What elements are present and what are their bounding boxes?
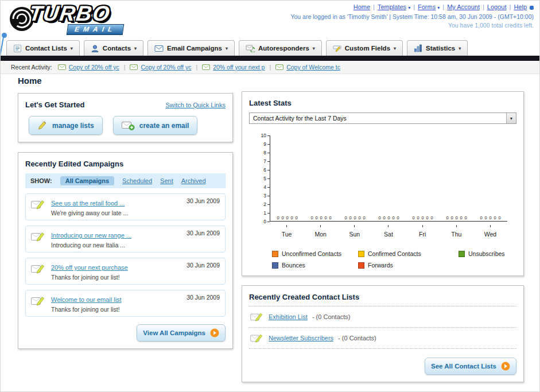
campaign-title-link[interactable]: 20% off your next purchase — [51, 264, 128, 271]
x-axis-label: Tue — [270, 225, 304, 243]
statistics-icon — [414, 44, 422, 52]
bar-value-label: 0 — [498, 215, 502, 220]
separator: | — [269, 64, 271, 71]
nav-tab-label: Contact Lists — [25, 45, 67, 52]
recent-activity-item[interactable]: Copy of Welcome tc — [275, 64, 340, 71]
campaign-title-link[interactable]: Introducing our new range ... — [51, 232, 131, 239]
envelope-pencil-icon — [31, 199, 46, 210]
recent-activity-bar: Recent Activity: Copy of 20% off yc | Co… — [1, 61, 539, 74]
nav-tab-label: Autoresponders — [258, 45, 309, 52]
bar-value-label: 0 — [387, 215, 391, 220]
campaign-date: 30 Jun 2009 — [187, 294, 220, 301]
contact-lists-title: Recently Created Contact Lists — [249, 293, 516, 301]
chart-y-axis: 012345678910 — [251, 135, 270, 222]
top-link-logout[interactable]: Logout — [487, 3, 507, 10]
app-logo[interactable]: TURBO EMAIL — [9, 3, 123, 35]
bar-value-label: 0 — [276, 215, 280, 220]
show-label: SHOW: — [30, 177, 52, 184]
envelope-pencil-icon — [250, 333, 264, 343]
x-axis-label: Mon — [304, 225, 337, 243]
top-link-forms[interactable]: Forms — [418, 3, 436, 10]
switch-quick-links-link[interactable]: Switch to Quick Links — [165, 102, 226, 108]
view-all-campaigns-label: View All Campaigns — [143, 329, 205, 336]
campaign-title-link[interactable]: Welcome to our email list — [51, 296, 122, 303]
stats-period-dropdown[interactable]: Contact Activity for the Last 7 Days ▼ — [249, 112, 516, 124]
tab-all-campaigns[interactable]: All Campaigns — [60, 176, 114, 185]
nav-tab-contacts[interactable]: Contacts ▾ — [84, 40, 143, 56]
see-all-contact-lists-button[interactable]: See All Contact Lists — [425, 358, 516, 375]
login-info: You are logged in as 'Timothy Smith' | S… — [290, 13, 534, 20]
contact-lists-icon — [13, 44, 22, 53]
legend-item: Bounces — [272, 262, 358, 269]
campaign-row[interactable]: See us at the retail food ... We're givi… — [25, 193, 226, 220]
view-all-campaigns-button[interactable]: View All Campaigns — [137, 324, 226, 341]
nav-tab-statistics[interactable]: Statistics ▾ — [407, 40, 468, 56]
nav-tab-email-campaigns[interactable]: Email Campaigns ▾ — [147, 40, 235, 56]
recent-activity-label: Recent Activity: — [11, 64, 52, 71]
campaign-title-link[interactable]: See us at the retail food ... — [51, 200, 125, 207]
email-campaigns-icon — [154, 45, 164, 52]
bar-value-label: 0 — [421, 215, 425, 220]
nav-tab-custom-fields[interactable]: Custom Fields ▾ — [326, 40, 403, 56]
chevron-down-icon: ▾ — [459, 46, 461, 51]
recent-activity-text: Copy of 20% off yc — [69, 64, 119, 71]
contact-list-link[interactable]: Newsletter Subscribers — [269, 335, 333, 341]
bar-value-label: 0 — [324, 215, 328, 220]
y-tick-label: 2 — [263, 201, 270, 207]
arrow-right-circle-icon — [210, 328, 219, 337]
campaign-row[interactable]: 20% off your next purchase Thanks for jo… — [25, 258, 226, 285]
contact-list-detail: - (0 Contacts) — [312, 313, 351, 320]
campaign-texts: See us at the retail food ... We're givi… — [51, 197, 181, 216]
nav-divider-bar — [1, 56, 539, 61]
contact-list-row[interactable]: Exhibition List - (0 Contacts) — [249, 306, 516, 328]
contacts-icon — [91, 44, 99, 53]
tab-sent[interactable]: Sent — [160, 177, 173, 184]
top-link-home[interactable]: Home — [353, 3, 370, 10]
recent-activity-item[interactable]: Copy of 20% off yc — [130, 64, 191, 71]
top-link-my-account[interactable]: My Account — [447, 3, 480, 10]
envelope-pencil-icon — [31, 295, 46, 306]
y-tick-label: 7 — [263, 158, 270, 164]
tab-scheduled[interactable]: Scheduled — [122, 177, 152, 184]
tab-archived[interactable]: Archived — [181, 177, 206, 184]
top-link-templates[interactable]: Templates — [378, 3, 406, 10]
manage-lists-label: manage lists — [52, 122, 94, 130]
recent-activity-item[interactable]: 20% off your next p — [202, 64, 265, 71]
campaign-texts: Welcome to our email list Thanks for joi… — [51, 294, 181, 313]
logo-text: TURBO EMAIL — [29, 3, 123, 35]
nav-tab-contact-lists[interactable]: Contact Lists ▾ — [6, 40, 80, 56]
y-tick-label: 6 — [263, 167, 270, 173]
campaigns-filter-bar: SHOW: All Campaigns Scheduled Sent Archi… — [25, 173, 226, 188]
recent-activity-item[interactable]: Copy of 20% off yc — [58, 64, 119, 71]
nav-tab-label: Email Campaigns — [167, 45, 222, 52]
nav-tab-autoresponders[interactable]: Autoresponders ▾ — [239, 40, 322, 56]
chart-groups: 00000000000000000000000000000000000 — [270, 215, 507, 221]
pencil-icon — [37, 121, 48, 130]
top-link-help[interactable]: Help — [514, 3, 527, 10]
bar-value-label: 0 — [294, 215, 298, 220]
manage-lists-button[interactable]: manage lists — [29, 116, 103, 135]
envelope-icon — [130, 64, 138, 70]
bar-value-label: 0 — [362, 215, 366, 220]
bar-value-label: 0 — [281, 215, 285, 220]
x-axis-label: Sat — [371, 225, 405, 243]
bar-group: 00000 — [338, 215, 372, 221]
chevron-down-icon: ▾ — [134, 46, 137, 51]
legend-item: Forwards — [358, 262, 459, 269]
campaign-row[interactable]: Welcome to our email list Thanks for joi… — [25, 290, 226, 317]
logo-text-email: EMAIL — [67, 24, 125, 35]
y-tick-label: 1 — [263, 210, 270, 216]
bar-value-label: 0 — [425, 215, 429, 220]
contact-list-link[interactable]: Exhibition List — [269, 313, 308, 320]
page-title: Home — [18, 76, 42, 86]
bar-value-label: 0 — [285, 215, 289, 220]
bar-value-label: 0 — [459, 215, 463, 220]
create-email-button[interactable]: create an email — [113, 116, 198, 135]
campaign-row[interactable]: Introducing our new range ... Introducin… — [25, 226, 226, 253]
campaign-subtitle: Thanks for joining our list! — [51, 274, 181, 281]
page: TURBO EMAIL Home|Templates ▾|Forms ▾|My … — [0, 0, 540, 392]
chevron-down-icon: ▾ — [226, 46, 228, 51]
envelope-pencil-icon — [31, 231, 46, 242]
bar-value-label: 0 — [411, 215, 415, 220]
contact-list-row[interactable]: Newsletter Subscribers - (0 Contacts) — [249, 328, 516, 349]
